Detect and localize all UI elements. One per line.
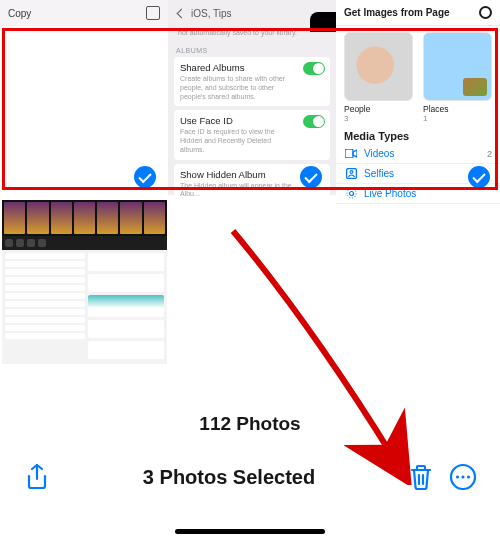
trash-icon [409, 463, 433, 491]
share-icon [25, 463, 49, 491]
album-count: 1 [423, 114, 492, 123]
breadcrumb-label: iOS, Tips [191, 8, 232, 19]
svg-point-8 [467, 475, 470, 478]
thumb1-sharesheet-header: Copy [0, 0, 168, 26]
selfie-icon [344, 168, 358, 179]
media-type-text: Live Photos [364, 188, 492, 199]
thumb4-settings-body [2, 250, 167, 360]
albums-section-label: ALBUMS [176, 47, 330, 54]
setting-desc: Face ID is required to view the Hidden a… [180, 128, 324, 154]
svg-point-2 [350, 171, 353, 174]
svg-point-3 [349, 192, 353, 196]
selection-checkmark-icon[interactable] [132, 164, 158, 190]
thumb3-header: Get Images from Page [336, 0, 500, 26]
media-types-label: Media Types [336, 125, 500, 144]
thumb4-album-art-row [2, 200, 167, 236]
album-count: 3 [344, 114, 413, 123]
selection-checkmark-icon[interactable] [298, 164, 324, 190]
thumb2-top-desc: not automatically saved to your library. [174, 26, 330, 41]
more-icon [449, 463, 477, 491]
photo-count-label: 112 Photos [0, 413, 500, 435]
album-label: Places [423, 104, 492, 114]
people-thumb [344, 32, 413, 101]
media-type-text: Videos [364, 148, 487, 159]
album-label: People [344, 104, 413, 114]
media-type-videos: Videos 2 [336, 144, 500, 164]
svg-point-7 [461, 475, 464, 478]
selection-checkmark-icon[interactable] [466, 164, 492, 190]
setting-desc: Create albums to share with other people… [180, 75, 324, 101]
more-button[interactable] [448, 462, 478, 492]
thumb4-tab-bar [2, 236, 167, 250]
setting-face-id: Use Face ID Face ID is required to view … [174, 110, 330, 159]
copy-icon [146, 6, 160, 20]
album-people: People 3 [344, 32, 413, 123]
thumbnail-4[interactable] [2, 200, 167, 364]
svg-point-6 [456, 475, 459, 478]
copy-action-label: Copy [8, 8, 31, 19]
selection-thumbnails-row: Copy iOS, Tips not automatically saved t… [0, 0, 500, 195]
bottom-toolbar: 3 Photos Selected [0, 447, 500, 507]
share-button[interactable] [22, 462, 52, 492]
media-type-count: 2 [487, 149, 492, 159]
live-photo-icon [344, 188, 358, 199]
home-indicator[interactable] [175, 529, 325, 534]
setting-shared-albums: Shared Albums Create albums to share wit… [174, 57, 330, 106]
albums-row: People 3 Places 1 [336, 26, 500, 125]
places-thumb [423, 32, 492, 101]
svg-rect-0 [345, 149, 353, 158]
selection-count-label: 3 Photos Selected [52, 466, 406, 489]
annotation-arrow [215, 225, 425, 485]
chevron-left-icon [177, 8, 187, 18]
video-icon [344, 149, 358, 158]
toggle-on-icon [303, 62, 325, 75]
delete-button[interactable] [406, 462, 436, 492]
thumb2-breadcrumb: iOS, Tips [174, 0, 330, 26]
svg-point-4 [346, 189, 355, 198]
toggle-on-icon [303, 115, 325, 128]
album-places: Places 1 [423, 32, 492, 123]
shortcut-title: Get Images from Page [344, 7, 450, 18]
gear-icon [479, 6, 492, 19]
